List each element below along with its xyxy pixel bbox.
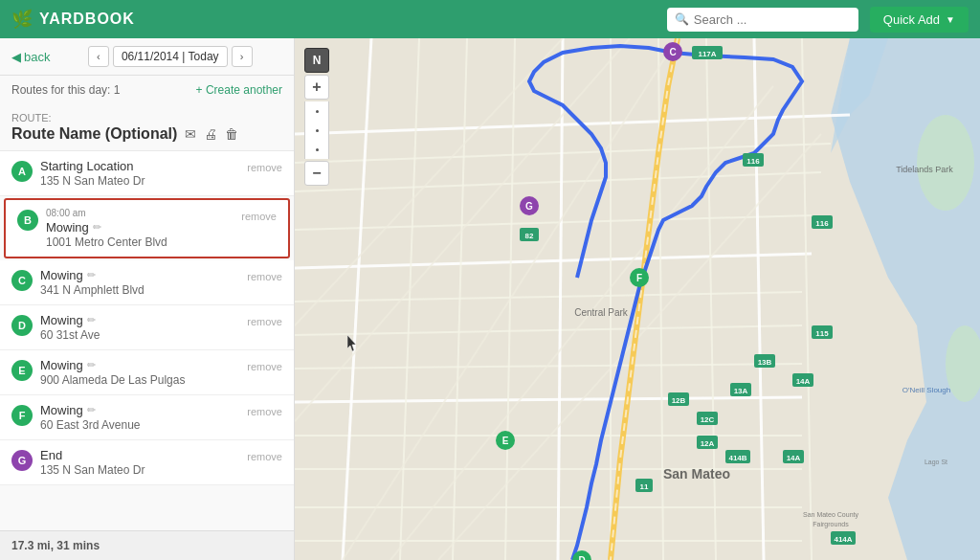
stop-address-g: 135 N San Mateo Dr <box>40 463 239 477</box>
logo-icon: 🌿 <box>11 9 33 30</box>
stop-name-b: Mowing <box>46 220 89 235</box>
remove-stop-a[interactable]: remove <box>247 162 282 173</box>
date-display[interactable]: 06/11/2014 | Today <box>113 46 228 67</box>
stop-name-edit-f: Mowing ✏ <box>40 403 239 417</box>
svg-text:Tidelands Park: Tidelands Park <box>896 165 953 174</box>
stop-address-c: 341 N Amphlett Blvd <box>40 283 239 297</box>
stop-circle-e: E <box>11 360 33 381</box>
zoom-in-button[interactable]: + <box>304 75 329 100</box>
stop-name-g: End <box>40 448 239 462</box>
zoom-tick <box>316 110 319 113</box>
routes-count-text: Routes for this day: 1 <box>11 83 120 97</box>
email-icon[interactable]: ✉ <box>185 126 196 142</box>
stop-time-b: 08:00 am <box>46 208 234 218</box>
stop-name-f: Mowing <box>40 403 83 417</box>
route-stats: 17.3 mi, 31 mins <box>11 539 100 552</box>
route-section: Route: Route Name (Optional) ✉ 🖨 🗑 <box>0 104 294 151</box>
svg-text:14A: 14A <box>796 377 811 386</box>
stop-item-e: E Mowing ✏ 900 Alameda De Las Pulgas rem… <box>0 350 294 395</box>
svg-text:C: C <box>669 47 676 57</box>
search-icon: 🔍 <box>675 12 689 26</box>
svg-text:D: D <box>578 555 585 560</box>
edit-icon-d[interactable]: ✏ <box>87 314 96 326</box>
quick-add-arrow-icon: ▼ <box>946 14 955 25</box>
svg-text:San Mateo County: San Mateo County <box>803 511 858 519</box>
stop-item-c: C Mowing ✏ 341 N Amphlett Blvd remove <box>0 260 294 305</box>
svg-text:O'Neill Slough: O'Neill Slough <box>902 386 950 394</box>
map-area[interactable]: C 117A 116 116 115 82 G F E <box>295 38 980 560</box>
create-another-link[interactable]: + Create another <box>196 83 282 97</box>
edit-icon-f[interactable]: ✏ <box>87 404 96 416</box>
nav-bar: ◀ back ‹ 06/11/2014 | Today › <box>0 38 294 76</box>
route-name-row: Route Name (Optional) ✉ 🖨 🗑 <box>11 125 282 143</box>
edit-icon-c[interactable]: ✏ <box>87 269 96 281</box>
map-svg: C 117A 116 116 115 82 G F E <box>295 38 980 560</box>
zoom-out-button[interactable]: − <box>304 161 329 186</box>
svg-text:117A: 117A <box>698 50 716 58</box>
remove-stop-e[interactable]: remove <box>247 361 282 372</box>
stop-circle-d: D <box>11 315 33 336</box>
remove-stop-g[interactable]: remove <box>247 451 282 462</box>
svg-text:Central Park: Central Park <box>574 307 629 318</box>
edit-icon-e[interactable]: ✏ <box>87 359 96 371</box>
stop-content-b: 08:00 am Mowing ✏ 1001 Metro Center Blvd <box>46 208 234 249</box>
zoom-tick <box>316 148 319 151</box>
logo-area: 🌿 YARDBOOK <box>11 9 656 30</box>
compass-button[interactable]: N <box>304 48 329 73</box>
remove-stop-c[interactable]: remove <box>247 271 282 282</box>
stop-address-f: 60 East 3rd Avenue <box>40 418 239 432</box>
quick-add-button[interactable]: Quick Add ▼ <box>870 7 969 33</box>
stop-circle-f: F <box>11 405 33 426</box>
search-input[interactable] <box>667 8 858 32</box>
stop-name-d: Mowing <box>40 313 83 327</box>
edit-icon-b[interactable]: ✏ <box>93 221 101 234</box>
remove-stop-d[interactable]: remove <box>247 316 282 327</box>
svg-text:82: 82 <box>525 232 534 240</box>
routes-header: Routes for this day: 1 + Create another <box>0 76 294 104</box>
stop-circle-a: A <box>11 161 33 182</box>
stop-item-d: D Mowing ✏ 60 31st Ave remove <box>0 305 294 350</box>
search-wrapper: 🔍 <box>667 8 858 32</box>
svg-text:414A: 414A <box>834 535 852 544</box>
svg-text:414B: 414B <box>728 454 746 462</box>
svg-text:116: 116 <box>815 219 829 228</box>
stop-item-a: A Starting Location 135 N San Mateo Dr r… <box>0 151 294 196</box>
stop-item-g: G End 135 N San Mateo Dr remove <box>0 440 294 485</box>
date-nav: ‹ 06/11/2014 | Today › <box>57 46 282 67</box>
stop-item-b: B 08:00 am Mowing ✏ 1001 Metro Center Bl… <box>4 198 290 258</box>
stop-address-a: 135 N San Mateo Dr <box>40 174 239 188</box>
stop-name-edit-e: Mowing ✏ <box>40 358 239 372</box>
sidebar: ◀ back ‹ 06/11/2014 | Today › Routes for… <box>0 38 295 560</box>
map-controls: N + − <box>304 48 329 186</box>
stop-name-e: Mowing <box>40 358 83 372</box>
next-date-button[interactable]: › <box>232 46 253 67</box>
stop-address-d: 60 31st Ave <box>40 328 239 342</box>
stop-circle-c: C <box>11 270 33 291</box>
stop-content-d: Mowing ✏ 60 31st Ave <box>40 313 239 342</box>
back-button[interactable]: ◀ back <box>11 50 50 64</box>
delete-icon[interactable]: 🗑 <box>225 126 238 142</box>
svg-text:G: G <box>525 201 533 212</box>
print-icon[interactable]: 🖨 <box>204 126 217 142</box>
stop-circle-b: B <box>17 210 38 231</box>
remove-stop-b[interactable]: remove <box>241 211 277 222</box>
stop-content-c: Mowing ✏ 341 N Amphlett Blvd <box>40 268 239 297</box>
stop-name-edit-b: Mowing ✏ <box>46 220 234 235</box>
stop-circle-g: G <box>11 450 33 471</box>
route-label: Route: <box>11 112 282 123</box>
remove-stop-f[interactable]: remove <box>247 406 282 417</box>
zoom-slider[interactable] <box>304 101 329 159</box>
stop-name-edit-d: Mowing ✏ <box>40 313 239 327</box>
svg-text:11: 11 <box>640 482 649 491</box>
sidebar-footer: 17.3 mi, 31 mins <box>0 530 294 560</box>
svg-text:12C: 12C <box>701 415 715 424</box>
back-label: back <box>24 50 50 64</box>
svg-text:F: F <box>636 273 642 283</box>
zoom-tick <box>316 129 319 132</box>
svg-text:Fairgrounds: Fairgrounds <box>813 521 849 528</box>
prev-date-button[interactable]: ‹ <box>88 46 109 67</box>
stop-name-edit-c: Mowing ✏ <box>40 268 239 282</box>
stop-address-b: 1001 Metro Center Blvd <box>46 235 234 249</box>
stop-content-f: Mowing ✏ 60 East 3rd Avenue <box>40 403 239 432</box>
logo-text: YARDBOOK <box>39 11 135 28</box>
